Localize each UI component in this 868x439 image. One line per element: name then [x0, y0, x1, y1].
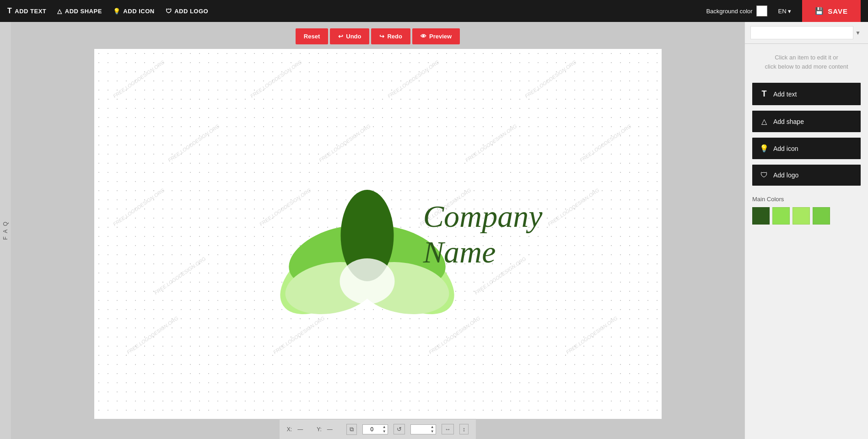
redo-button[interactable]: ↪ Redo: [371, 28, 410, 44]
text-icon: T: [7, 7, 12, 15]
color-swatch-3[interactable]: [793, 207, 810, 225]
right-panel: ▼ Click an item to edit it or click belo…: [744, 22, 868, 439]
background-color-section: Background color: [706, 5, 767, 16]
duplicate-button[interactable]: ⧉: [346, 424, 357, 435]
faq-text[interactable]: F A Q: [2, 221, 9, 240]
background-color-swatch[interactable]: [756, 5, 767, 16]
watermark-12: FREE.LOGODESIGN.ORG: [546, 187, 600, 227]
size-up-arrow[interactable]: ▲: [429, 425, 436, 429]
add-text-button[interactable]: T ADD TEXT: [7, 7, 46, 15]
watermark-1: FREE.LOGODESIGN.ORG: [112, 59, 165, 99]
watermark-3: FREE.LOGODESIGN.ORG: [386, 59, 440, 99]
preview-button[interactable]: 👁 Preview: [412, 28, 460, 44]
x-value: —: [297, 426, 311, 433]
panel-hint: Click an item to edit it or click below …: [745, 44, 868, 80]
watermark-19: FREE.LOGODESIGN.ORG: [565, 316, 618, 355]
main-colors-section: Main Colors: [745, 188, 868, 232]
language-selector[interactable]: EN ▾: [778, 8, 792, 15]
reset-button[interactable]: Reset: [296, 28, 328, 44]
watermark-2: FREE.LOGODESIGN.ORG: [249, 59, 302, 99]
watermark-5: FREE.LOGODESIGN.ORG: [167, 123, 220, 163]
color-swatch-4[interactable]: [813, 207, 830, 225]
panel-add-logo-button[interactable]: 🛡 Add logo: [752, 165, 861, 186]
panel-logo-icon: 🛡: [760, 171, 769, 179]
preview-icon: 👁: [421, 33, 426, 40]
flip-vertical-button[interactable]: ↕: [459, 424, 469, 434]
canvas-wrapper: Reset ↩ Undo ↪ Redo 👁 Preview FREE.LOGOD…: [11, 22, 744, 439]
color-swatch-1[interactable]: [752, 207, 770, 225]
action-bar: Reset ↩ Undo ↪ Redo 👁 Preview: [296, 22, 460, 49]
rotation-up-arrow[interactable]: ▲: [381, 425, 388, 429]
watermark-8: FREE.LOGODESIGN.ORG: [578, 123, 632, 163]
panel-icon-icon: 💡: [760, 144, 769, 153]
rotation-input[interactable]: [363, 425, 381, 434]
undo-button[interactable]: ↩ Undo: [330, 28, 369, 44]
panel-shape-icon: △: [760, 117, 769, 126]
dropdown-arrow-icon[interactable]: ▼: [853, 28, 863, 38]
watermark-16: FREE.LOGODESIGN.ORG: [125, 316, 179, 355]
watermark-15: FREE.LOGODESIGN.ORG: [473, 256, 527, 296]
color-swatches: [752, 207, 861, 225]
shape-icon: △: [57, 8, 62, 15]
panel-add-text-button[interactable]: T Add text: [752, 83, 861, 105]
faq-sidebar: F A Q: [0, 22, 11, 439]
panel-add-shape-button[interactable]: △ Add shape: [752, 111, 861, 132]
save-button[interactable]: 💾 SAVE: [802, 0, 861, 22]
save-icon: 💾: [815, 7, 824, 15]
svg-point-7: [340, 258, 394, 304]
watermark-4: FREE.LOGODESIGN.ORG: [523, 59, 577, 99]
size-input-group: ▲ ▼: [410, 424, 436, 434]
refresh-button[interactable]: ↺: [394, 424, 405, 434]
x-label: X:: [287, 426, 292, 433]
y-value: —: [327, 426, 341, 433]
redo-icon: ↪: [379, 33, 384, 40]
logo-icon: 🛡: [166, 8, 172, 15]
size-down-arrow[interactable]: ▼: [429, 429, 436, 434]
bottom-toolbar: X: — Y: — ⧉ ▲ ▼ ↺ ▲ ▼ ↔ ↕: [280, 419, 476, 439]
panel-add-icon-button[interactable]: 💡 Add icon: [752, 138, 861, 159]
watermark-13: FREE.LOGODESIGN.ORG: [153, 256, 206, 296]
canvas[interactable]: FREE.LOGODESIGN.ORG FREE.LOGODESIGN.ORG …: [94, 49, 662, 419]
add-logo-button[interactable]: 🛡 ADD LOGO: [166, 8, 209, 15]
panel-search-input[interactable]: [750, 26, 853, 39]
size-input[interactable]: [411, 425, 429, 434]
flip-horizontal-button[interactable]: ↔: [442, 424, 454, 434]
main-area: F A Q Reset ↩ Undo ↪ Redo 👁 Preview: [0, 22, 868, 439]
right-panel-top: ▼: [745, 22, 868, 44]
logo-graphic[interactable]: [259, 146, 474, 322]
top-toolbar: T ADD TEXT △ ADD SHAPE 💡 ADD ICON 🛡 ADD …: [0, 0, 868, 22]
rotation-input-group: ▲ ▼: [362, 424, 388, 434]
panel-text-icon: T: [760, 89, 769, 99]
color-swatch-2[interactable]: [772, 207, 790, 225]
add-shape-button[interactable]: △ ADD SHAPE: [57, 8, 102, 15]
undo-icon: ↩: [338, 33, 343, 40]
watermark-9: FREE.LOGODESIGN.ORG: [112, 187, 165, 227]
y-label: Y:: [317, 426, 322, 433]
icon-icon: 💡: [113, 8, 121, 15]
add-icon-button[interactable]: 💡 ADD ICON: [113, 8, 155, 15]
rotation-down-arrow[interactable]: ▼: [381, 429, 388, 434]
